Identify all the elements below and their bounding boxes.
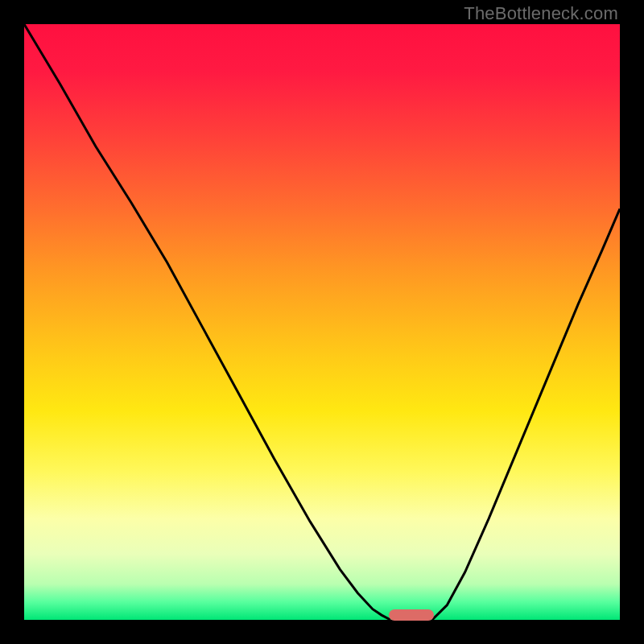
left-curve — [24, 24, 390, 620]
right-curve — [432, 208, 620, 620]
curve-svg — [24, 24, 620, 620]
plot-area — [24, 24, 620, 620]
optimum-marker — [389, 609, 434, 621]
chart-frame: TheBottleneck.com — [0, 0, 644, 644]
watermark-text: TheBottleneck.com — [464, 3, 618, 24]
